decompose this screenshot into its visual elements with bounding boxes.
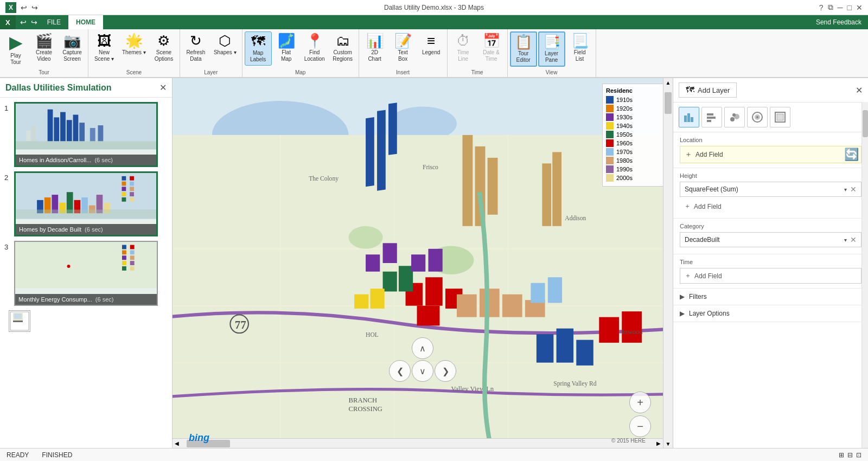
nav-up-btn[interactable]: ∧: [412, 337, 433, 359]
scroll-thumb[interactable]: [665, 92, 672, 114]
scroll-down-btn[interactable]: ▼: [663, 439, 673, 448]
text-box-btn[interactable]: 📝 TextBox: [390, 31, 417, 65]
svg-rect-89: [576, 340, 593, 366]
legend-btn[interactable]: ≡ Legend: [418, 31, 445, 58]
layer-type-heat-btn[interactable]: [747, 107, 768, 127]
themes-btn[interactable]: 🌟 Themes ▾: [119, 31, 149, 58]
scene-number-2: 2: [4, 174, 11, 182]
2d-chart-btn[interactable]: 📊 2DChart: [361, 31, 388, 65]
map-labels-btn[interactable]: 🗺 MapLabels: [245, 31, 272, 66]
field-list-btn[interactable]: 📃 FieldList: [566, 31, 593, 65]
time-add-text: Add Field: [694, 272, 722, 280]
undo-ribbon[interactable]: ↩: [18, 18, 29, 27]
time-add-field-btn[interactable]: ＋ Add Field: [680, 268, 861, 284]
right-panel-scrollbar[interactable]: [861, 102, 868, 448]
svg-rect-72: [425, 277, 442, 305]
location-add-field[interactable]: ＋ Add Field 🔄: [680, 146, 861, 163]
layer-options-section[interactable]: ▶ Layer Options: [673, 305, 868, 322]
home-tab[interactable]: HOME: [68, 15, 103, 29]
scene-thumb-3[interactable]: Monthly Energy Consump... (6 sec): [14, 241, 158, 306]
scroll-left-btn[interactable]: ◀: [173, 439, 181, 448]
scroll-right-btn[interactable]: ▶: [654, 439, 663, 448]
time-line-btn[interactable]: ⏱ TimeLine: [450, 31, 477, 65]
status-icon-1[interactable]: ⊞: [839, 451, 844, 459]
ribbon-group-map: 🗺 MapLabels 🗾 FlatMap 📍 FindLocation 🗂 C…: [242, 29, 359, 77]
file-tab[interactable]: FILE: [40, 15, 68, 29]
nav-down-btn[interactable]: ∨: [412, 360, 433, 382]
undo-btn[interactable]: ↩: [21, 3, 27, 12]
refresh-data-btn[interactable]: ↻ RefreshData: [182, 31, 209, 65]
redo-ribbon[interactable]: ↪: [29, 18, 40, 27]
nav-left-btn[interactable]: ❮: [389, 360, 411, 382]
close-btn[interactable]: ✕: [856, 3, 863, 12]
layer-type-column-btn[interactable]: [679, 107, 699, 127]
add-scene-btn[interactable]: [9, 310, 30, 332]
scene-item-3[interactable]: 3: [4, 241, 168, 306]
layer-type-bubble-btn[interactable]: [724, 107, 745, 127]
zoom-out-btn[interactable]: −: [629, 415, 651, 437]
layer-pane-btn[interactable]: 📑 LayerPane: [538, 31, 565, 67]
category-remove-btn[interactable]: ✕: [850, 235, 857, 244]
map-scroll-bar[interactable]: ▲ ▼: [663, 78, 673, 448]
height-add-field-btn[interactable]: ＋ Add Field: [680, 199, 861, 214]
right-panel-scroll-thumb[interactable]: [863, 110, 868, 137]
height-add-plus: ＋: [684, 202, 691, 211]
date-time-btn[interactable]: 📅 Date &Time: [478, 31, 505, 65]
window-title: Dallas Utility Demo.xlsx - 3D Maps: [384, 4, 484, 11]
svg-rect-118: [777, 114, 783, 120]
custom-regions-btn[interactable]: 🗂 CustomRegions: [329, 31, 356, 65]
help-btn[interactable]: ?: [819, 3, 824, 12]
svg-rect-32: [130, 192, 134, 196]
legend-color-1990s: [606, 165, 614, 173]
svg-rect-24: [122, 176, 126, 181]
scene-thumb-2[interactable]: Homes by Decade Built (6 sec): [14, 171, 158, 236]
new-scene-btn[interactable]: 🖼 NewScene ▾: [91, 31, 118, 65]
add-layer-btn[interactable]: 🗺 Add Layer: [679, 82, 737, 98]
minimize-btn[interactable]: ─: [838, 3, 843, 12]
map-area[interactable]: The Colony Frisco Addison Inwood BRANCH …: [173, 78, 673, 448]
nav-right-btn[interactable]: ❯: [435, 360, 456, 382]
legend-item-1980s: 1980s: [606, 157, 663, 164]
redo-btn[interactable]: ↪: [31, 3, 38, 12]
legend-label-1930s: 1930s: [616, 114, 633, 120]
category-dropdown-btn[interactable]: ▾: [844, 237, 847, 243]
capture-screen-btn[interactable]: 📷 CaptureScreen: [59, 31, 86, 65]
svg-rect-11: [16, 141, 156, 149]
find-location-btn[interactable]: 📍 FindLocation: [301, 31, 328, 65]
svg-rect-49: [14, 313, 22, 319]
status-icon-2[interactable]: ⊟: [847, 451, 853, 459]
layer-type-bar-btn[interactable]: [701, 107, 722, 127]
time-label: Time: [680, 259, 861, 265]
map-hscroll-bar[interactable]: ◀ ▶: [173, 438, 663, 448]
refresh-icon[interactable]: 🔄: [844, 148, 859, 162]
ribbon-group-view: 📋 TourEditor 📑 LayerPane 📃 FieldList Vie…: [508, 29, 596, 77]
right-panel-close-btn[interactable]: ✕: [856, 85, 863, 95]
scene-item-1[interactable]: 1: [4, 102, 168, 167]
filters-section[interactable]: ▶ Filters: [673, 289, 868, 305]
maximize-btn[interactable]: □: [847, 3, 852, 12]
filters-label: Filters: [689, 293, 707, 300]
restore-btn[interactable]: ⧉: [828, 3, 833, 12]
zoom-in-btn[interactable]: +: [629, 392, 651, 413]
status-icon-3[interactable]: ⊡: [856, 451, 861, 459]
scene-thumb-1[interactable]: Homes in Addison/Carroll... (6 sec): [14, 102, 158, 167]
shapes-btn[interactable]: ⬡ Shapes ▾: [210, 31, 240, 58]
play-tour-btn[interactable]: ▶ PlayTour: [2, 31, 29, 68]
height-remove-btn[interactable]: ✕: [850, 185, 857, 194]
right-panel: 🗺 Add Layer ✕: [673, 78, 868, 448]
scene-options-btn[interactable]: ⚙ SceneOptions: [150, 31, 177, 65]
svg-text:Valley View Ln: Valley View Ln: [451, 385, 494, 393]
height-dropdown-btn[interactable]: ▾: [844, 187, 847, 193]
send-feedback-btn[interactable]: Send Feedback: [816, 18, 868, 26]
create-video-btn[interactable]: 🎬 CreateVideo: [30, 31, 58, 65]
time-add-plus: ＋: [685, 271, 691, 280]
scene-item-2[interactable]: 2: [4, 171, 168, 236]
legend-label-1940s: 1940s: [616, 123, 633, 129]
panel-close-btn[interactable]: ✕: [159, 82, 167, 93]
add-layer-label: Add Layer: [698, 86, 730, 94]
scroll-up-btn[interactable]: ▲: [663, 78, 673, 87]
tour-editor-btn[interactable]: 📋 TourEditor: [510, 31, 537, 67]
flat-map-btn[interactable]: 🗾 FlatMap: [273, 31, 300, 65]
svg-rect-8: [79, 123, 85, 141]
layer-type-region-btn[interactable]: [770, 107, 790, 127]
